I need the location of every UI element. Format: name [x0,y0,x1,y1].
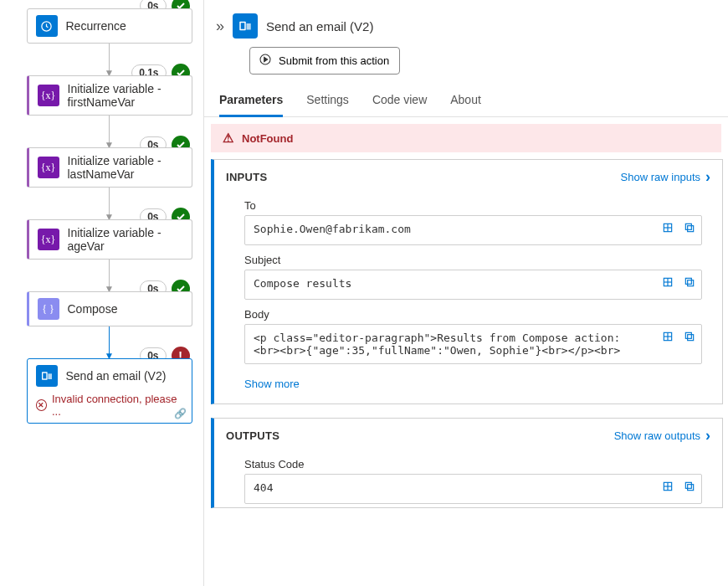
svg-rect-25 [688,485,694,491]
field-value-status-code: 404 [244,474,702,504]
field-value-to: Sophie.Owen@fabrikam.com [244,215,702,245]
tab-bar: Parameters Settings Code view About [204,75,728,117]
svg-marker-6 [264,57,268,61]
svg-rect-10 [688,226,694,232]
show-more-link[interactable]: Show more [214,368,722,404]
svg-rect-2 [43,373,46,379]
step-init-firstname[interactable]: {x} Initialize variable - firstNameVar [27,75,192,116]
connector: ▼ [105,188,115,219]
variable-icon: {x} [38,157,59,178]
field-label-body: Body [244,308,702,321]
variable-icon: {x} [38,85,59,106]
chevron-right-icon: › [705,427,710,445]
connector: ▼ [105,326,115,358]
outlook-icon [233,13,258,39]
grid-icon[interactable] [661,480,674,493]
svg-rect-11 [685,224,691,229]
svg-rect-26 [685,482,691,488]
outputs-section: OUTPUTS Show raw outputs › Status Code 4… [211,418,723,508]
outlook-icon [36,365,58,387]
svg-rect-21 [685,332,691,338]
field-label-to: To [244,199,702,212]
show-raw-outputs-link[interactable]: Show raw outputs › [614,427,710,445]
chevron-right-icon: › [705,168,710,186]
step-title: Recurrence [66,19,126,33]
play-icon [259,53,272,69]
step-send-email[interactable]: Send an email (V2) ✕ Invalid connection,… [27,358,192,424]
tab-parameters[interactable]: Parameters [219,93,283,117]
section-title: INPUTS [226,171,267,183]
step-title: Initialize variable - lastNameVar [68,154,183,181]
step-title: Send an email (V2) [66,369,167,383]
grid-icon[interactable] [661,330,674,343]
error-circle-icon: ✕ [36,399,47,411]
step-recurrence[interactable]: Recurrence [27,8,192,44]
error-banner: ⚠ NotFound [211,124,721,152]
connector: ▼ [105,260,115,291]
svg-rect-16 [685,278,691,284]
step-error-text: ✕ Invalid connection, please ... [28,393,192,423]
step-title: Initialize variable - firstNameVar [68,82,183,109]
panel-title: Send an email (V2) [266,19,373,33]
collapse-icon[interactable]: » [216,18,224,35]
show-raw-inputs-link[interactable]: Show raw inputs › [621,168,710,186]
copy-icon[interactable] [683,330,696,343]
flow-canvas: 0s Recurrence ▼ 0.1s {x} Initialize vari… [0,0,203,586]
compose-icon: { } [38,298,59,320]
connector: ▼ [105,44,115,75]
grid-icon[interactable] [661,275,674,289]
field-value-body: <p class="editor-paragraph">Results from… [244,324,702,364]
inputs-section: INPUTS Show raw inputs › To Sophie.Owen@… [211,159,723,404]
field-label-status-code: Status Code [244,458,702,470]
section-title: OUTPUTS [226,429,279,442]
copy-icon[interactable] [683,221,696,234]
grid-icon[interactable] [661,221,674,234]
step-init-age[interactable]: {x} Initialize variable - ageVar [27,219,192,260]
field-value-subject: Compose results [244,270,702,300]
step-title: Initialize variable - ageVar [68,226,183,253]
svg-rect-4 [241,23,245,29]
submit-button[interactable]: Submit from this action [249,47,400,75]
warning-icon: ⚠ [223,131,233,146]
tab-code-view[interactable]: Code view [372,93,427,116]
step-init-lastname[interactable]: {x} Initialize variable - lastNameVar [27,147,192,188]
field-label-subject: Subject [244,254,702,266]
step-title: Compose [68,302,118,316]
step-compose[interactable]: { } Compose [27,291,192,326]
clock-icon [36,15,58,37]
link-icon: 🔗 [174,408,187,419]
copy-icon[interactable] [683,480,696,493]
tab-settings[interactable]: Settings [306,93,349,116]
connector: ▼ [105,116,115,147]
copy-icon[interactable] [683,275,696,289]
svg-rect-20 [688,335,694,341]
variable-icon: {x} [38,229,59,250]
svg-rect-15 [688,280,694,286]
details-panel: » Send an email (V2) Submit from this ac… [203,0,728,586]
tab-about[interactable]: About [450,93,481,116]
